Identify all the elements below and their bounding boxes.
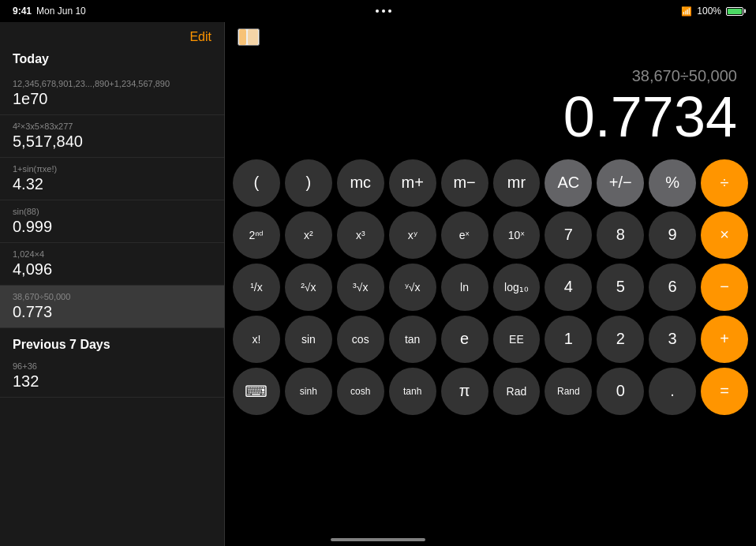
status-bar: 9:41 Mon Jun 10 📶 100% — [0, 0, 756, 22]
calc-btn--[interactable]: . — [649, 368, 696, 415]
calc-btn-x-[interactable]: x² — [285, 211, 332, 259]
history-result: 0.773 — [13, 303, 211, 321]
svg-rect-0 — [239, 29, 246, 45]
calc-btn-m-[interactable]: m+ — [389, 159, 436, 207]
calc-btn-e-[interactable]: eˣ — [441, 211, 488, 259]
calc-btn-sin[interactable]: sin — [285, 316, 332, 363]
calc-btn-10-[interactable]: 10ˣ — [493, 211, 541, 259]
history-expr: 96+36 — [13, 361, 211, 371]
calc-btn-x-[interactable]: x³ — [337, 211, 384, 259]
calc-btn--[interactable]: ÷ — [701, 159, 748, 207]
battery-icon — [726, 7, 743, 16]
history-item[interactable]: 1+sin(πxe!) 4.32 — [0, 158, 224, 200]
history-item[interactable]: 96+36 132 — [0, 355, 224, 398]
calc-btn-x-[interactable]: xʸ — [389, 211, 436, 259]
calc-btn-4[interactable]: 4 — [545, 264, 592, 311]
calc-btn-cos[interactable]: cos — [337, 316, 384, 363]
status-time: 9:41 — [13, 6, 32, 17]
calc-btn-1[interactable]: 1 — [545, 316, 592, 363]
calc-btn-Rad[interactable]: Rad — [493, 368, 541, 415]
history-item[interactable]: 1,024×4 4,096 — [0, 243, 224, 286]
top-toolbar — [225, 22, 756, 52]
calc-btn-7[interactable]: 7 — [545, 211, 592, 259]
calc-btn-6[interactable]: 6 — [649, 264, 696, 311]
history-expr: 1+sin(πxe!) — [13, 164, 211, 174]
sidebar-toggle-icon — [239, 29, 258, 45]
calc-btn-AC[interactable]: AC — [545, 159, 592, 207]
right-panel: 38,670÷50,000 0.7734 ()mcm+m−mrAC+/−%÷2ⁿ… — [225, 22, 756, 546]
history-expr: 38,670÷50,000 — [13, 292, 211, 301]
display-result: 0.7734 — [563, 88, 737, 145]
history-result: 4.32 — [13, 175, 211, 193]
calc-btn-m-[interactable]: m− — [441, 159, 488, 207]
calc-btn-0[interactable]: 0 — [597, 368, 644, 415]
calc-btn--[interactable]: − — [701, 264, 748, 311]
history-result: 132 — [13, 372, 211, 391]
history-expr: sin(88) — [13, 207, 211, 216]
calc-btn-EE[interactable]: EE — [493, 316, 541, 363]
previous-section-title: Previous 7 Days — [0, 328, 224, 355]
calc-btn--[interactable]: ) — [285, 159, 332, 207]
calc-btn--[interactable]: ⌨ — [233, 368, 280, 415]
calc-btn--[interactable]: ( — [233, 159, 280, 207]
history-expr: 12,345,678,901,23...,890+1,234,567,890 — [13, 79, 211, 88]
calc-btn-mc[interactable]: mc — [337, 159, 384, 207]
status-date: Mon Jun 10 — [36, 6, 86, 17]
calc-btn-mr[interactable]: mr — [493, 159, 541, 207]
calc-btn-e[interactable]: e — [441, 316, 488, 363]
calc-btn--[interactable]: + — [701, 316, 748, 363]
history-item[interactable]: 4²×3x5×83x277 5,517,840 — [0, 115, 224, 158]
history-item[interactable]: 12,345,678,901,23...,890+1,234,567,890 1… — [0, 73, 224, 115]
main-container: Edit Today 12,345,678,901,23...,890+1,23… — [0, 22, 756, 546]
home-indicator — [331, 538, 425, 541]
calc-btn--[interactable]: = — [701, 368, 748, 415]
status-dots — [376, 9, 391, 13]
calc-btn-sinh[interactable]: sinh — [285, 368, 332, 415]
calc-btn-3[interactable]: 3 — [649, 316, 696, 363]
calc-btn-x-[interactable]: x! — [233, 316, 280, 363]
svg-rect-1 — [248, 29, 258, 45]
history-expr: 4²×3x5×83x277 — [13, 122, 211, 131]
history-result: 4,096 — [13, 260, 211, 279]
display-expression: 38,670÷50,000 — [632, 67, 737, 85]
calc-btn----[interactable]: +/− — [597, 159, 644, 207]
sidebar-header: Edit — [0, 22, 224, 49]
calculator-grid: ()mcm+m−mrAC+/−%÷2ⁿᵈx²x³xʸeˣ10ˣ789×¹/x²√… — [225, 155, 756, 431]
calc-btn---x[interactable]: ³√x — [337, 264, 384, 311]
history-result: 0.999 — [13, 218, 211, 236]
calc-btn-2[interactable]: 2 — [597, 316, 644, 363]
calc-btn-log--[interactable]: log₁₀ — [493, 264, 541, 311]
calc-btn-9[interactable]: 9 — [649, 211, 696, 259]
calc-btn-cosh[interactable]: cosh — [337, 368, 384, 415]
history-expr: 1,024×4 — [13, 249, 211, 259]
status-right: 📶 100% — [681, 6, 743, 17]
calc-btn--[interactable]: % — [649, 159, 696, 207]
sidebar: Edit Today 12,345,678,901,23...,890+1,23… — [0, 22, 225, 546]
history-item[interactable]: sin(88) 0.999 — [0, 200, 224, 243]
calc-btn---x[interactable]: ¹/x — [233, 264, 280, 311]
history-result: 5,517,840 — [13, 133, 211, 151]
edit-button[interactable]: Edit — [189, 30, 211, 44]
calc-btn---x[interactable]: ²√x — [285, 264, 332, 311]
today-section-title: Today — [0, 49, 224, 73]
calc-btn-5[interactable]: 5 — [597, 264, 644, 311]
history-list: 12,345,678,901,23...,890+1,234,567,890 1… — [0, 73, 224, 546]
calc-btn-tanh[interactable]: tanh — [389, 368, 436, 415]
calc-btn---x[interactable]: ʸ√x — [389, 264, 436, 311]
calc-btn-2--[interactable]: 2ⁿᵈ — [233, 211, 280, 259]
battery-pct: 100% — [697, 6, 721, 17]
calc-btn--[interactable]: π — [441, 368, 488, 415]
calc-btn--[interactable]: × — [701, 211, 748, 259]
history-result: 1e70 — [13, 90, 211, 108]
display: 38,670÷50,000 0.7734 — [225, 52, 756, 155]
calc-btn-Rand[interactable]: Rand — [545, 368, 592, 415]
calc-btn-ln[interactable]: ln — [441, 264, 488, 311]
wifi-icon: 📶 — [681, 6, 692, 17]
calc-btn-8[interactable]: 8 — [597, 211, 644, 259]
sidebar-toggle-button[interactable] — [238, 28, 260, 46]
calc-btn-tan[interactable]: tan — [389, 316, 436, 363]
history-item[interactable]: 38,670÷50,000 0.773 — [0, 286, 224, 328]
